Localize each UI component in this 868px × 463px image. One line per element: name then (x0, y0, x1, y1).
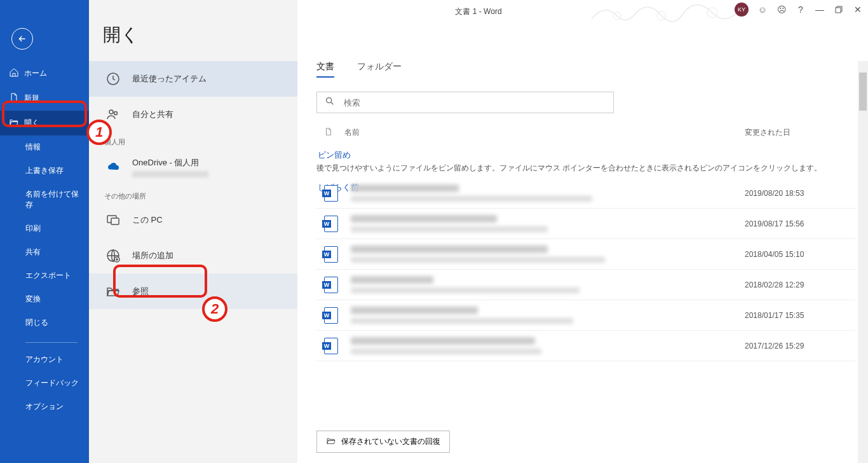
face-sad-icon[interactable]: ☹ (776, 4, 787, 15)
nav-label: 閉じる (25, 317, 48, 328)
location-recent[interactable]: 最近使ったアイテム (89, 61, 297, 97)
location-add-place[interactable]: 場所の追加 (89, 238, 297, 273)
location-label: この PC (132, 214, 163, 226)
word-doc-icon (324, 185, 338, 202)
file-date: 2018/01/17 15:35 (745, 311, 853, 320)
file-row[interactable]: 2018/01/17 15:35 (316, 300, 855, 331)
folder-open-icon (326, 436, 336, 448)
face-happy-icon[interactable]: ☺ (757, 4, 768, 15)
location-onedrive[interactable]: OneDrive - 個人用 (89, 148, 297, 186)
nav-名前を付けて保存[interactable]: 名前を付けて保存 (0, 183, 89, 217)
file-text (351, 245, 745, 263)
nav-情報[interactable]: 情報 (0, 135, 89, 159)
nav-共有[interactable]: 共有 (0, 240, 89, 264)
recover-unsaved-button[interactable]: 保存されていない文書の回復 (316, 431, 450, 453)
nav-label: 情報 (25, 142, 41, 153)
col-date[interactable]: 変更された日 (745, 127, 853, 138)
nav-印刷[interactable]: 印刷 (0, 217, 89, 240)
nav-閉じる[interactable]: 閉じる (0, 311, 89, 335)
scrollbar[interactable] (858, 61, 868, 463)
blurred-filepath (351, 196, 592, 202)
svg-point-2 (114, 112, 118, 115)
section-other: その他の場所 (89, 186, 297, 202)
window-title: 文書 1 - Word (455, 6, 501, 17)
file-text (351, 307, 745, 324)
nav-アカウント[interactable]: アカウント (0, 348, 89, 371)
maximize-icon[interactable] (834, 4, 844, 15)
search-input[interactable] (344, 98, 606, 107)
col-name[interactable]: 名前 (344, 127, 733, 138)
file-row[interactable]: 2018/04/05 15:10 (316, 239, 855, 270)
scrollbar-thumb[interactable] (859, 73, 867, 111)
blurred-text (132, 171, 208, 177)
tab-documents[interactable]: 文書 (316, 61, 334, 78)
blurred-filename (351, 184, 459, 192)
file-icon (9, 92, 19, 104)
nav-変換[interactable]: 変換 (0, 287, 89, 311)
clock-icon (104, 70, 122, 88)
nav-フィードバック[interactable]: フィードバック (0, 371, 89, 395)
file-date: 2019/08/20 18:53 (745, 189, 853, 198)
separator (25, 342, 78, 343)
file-row[interactable]: 2017/12/26 15:29 (316, 331, 855, 361)
location-shared[interactable]: 自分と共有 (89, 97, 297, 132)
nav-label: 開く (24, 118, 39, 128)
location-label: OneDrive - 個人用 (132, 157, 208, 169)
nav-開く[interactable]: 開く (0, 111, 89, 135)
back-button[interactable] (11, 28, 33, 50)
nav-エクスポート[interactable]: エクスポート (0, 264, 89, 287)
nav-label: エクスポート (25, 270, 71, 281)
svg-point-7 (327, 98, 332, 103)
minimize-icon[interactable]: ― (815, 4, 825, 15)
file-text (351, 337, 745, 354)
nav-新規[interactable]: 新規 (0, 86, 89, 111)
pinned-section: ピン留め (318, 149, 853, 161)
location-this-pc[interactable]: この PC (89, 202, 297, 238)
svg-point-1 (109, 110, 113, 114)
nav-ホーム[interactable]: ホーム (0, 61, 89, 86)
help-icon[interactable]: ? (796, 4, 806, 15)
pc-icon (104, 211, 122, 229)
title-bar-right: KY ☺ ☹ ? ― ✕ (735, 3, 863, 17)
search-box[interactable] (316, 92, 614, 113)
blurred-filepath (351, 226, 548, 232)
tab-folders[interactable]: フォルダー (357, 61, 402, 78)
blurred-filepath (351, 318, 573, 324)
word-doc-icon (324, 338, 338, 354)
blurred-filepath (351, 257, 605, 263)
svg-rect-4 (111, 218, 119, 225)
location-label: 最近使ったアイテム (132, 73, 207, 85)
word-doc-icon (324, 216, 338, 232)
avatar[interactable]: KY (735, 3, 749, 17)
open-tabs: 文書 フォルダー (316, 61, 853, 78)
nav-上書き保存[interactable]: 上書き保存 (0, 159, 89, 183)
location-label: 自分と共有 (132, 109, 173, 120)
blurred-filename (351, 276, 433, 284)
folder-open-icon (9, 117, 19, 129)
file-row[interactable]: 2019/08/20 18:53 (316, 178, 855, 209)
file-row[interactable]: 2019/08/17 15:56 (316, 209, 855, 239)
location-label: 場所の追加 (132, 250, 173, 261)
nav-オプション[interactable]: オプション (0, 395, 89, 418)
location-browse[interactable]: 参照 (89, 273, 297, 309)
search-icon (325, 96, 335, 109)
file-date: 2017/12/26 15:29 (745, 342, 853, 350)
file-row[interactable]: 2018/02/28 12:29 (316, 270, 855, 300)
folder-open-icon (104, 282, 122, 300)
file-date: 2019/08/17 15:56 (745, 219, 853, 228)
open-main-panel: 文書 フォルダー 名前 変更された日 ピン留め 後で見つけやすいようにファイルを… (297, 0, 868, 463)
page-title: 開く (103, 23, 297, 47)
svg-rect-11 (836, 8, 841, 13)
nav-label: 共有 (25, 247, 41, 258)
nav-label: 印刷 (25, 223, 41, 234)
blurred-filename (351, 337, 535, 345)
location-label: 参照 (132, 286, 149, 297)
nav-label: 上書き保存 (25, 165, 64, 176)
onedrive-icon (104, 158, 122, 176)
blurred-filename (351, 215, 497, 223)
file-date: 2018/02/28 12:29 (745, 280, 853, 289)
word-doc-icon (324, 307, 338, 324)
add-place-icon (104, 247, 122, 265)
file-text (351, 215, 745, 232)
close-icon[interactable]: ✕ (853, 4, 863, 15)
